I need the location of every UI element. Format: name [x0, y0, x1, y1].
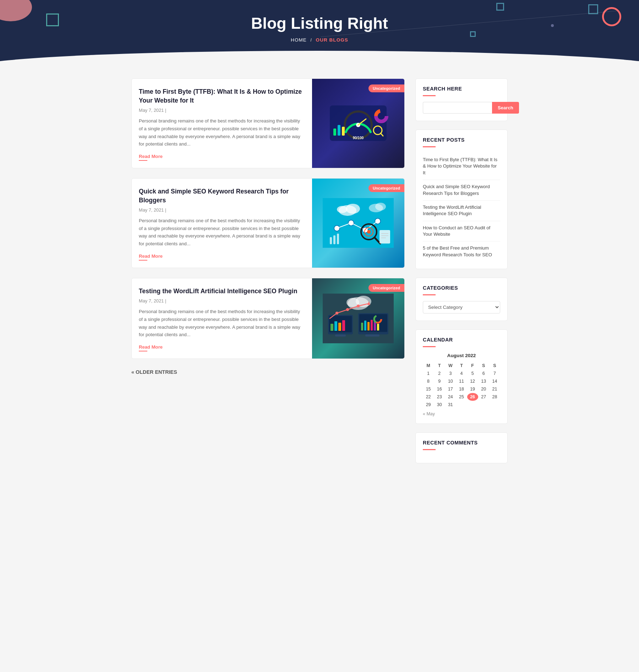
- calendar-day-header: T: [456, 362, 467, 370]
- calendar-day-cell: [478, 401, 489, 409]
- calendar-day-cell[interactable]: 20: [478, 385, 489, 393]
- search-form: Search: [423, 102, 500, 114]
- calendar-day-cell[interactable]: 4: [456, 370, 467, 377]
- recent-posts-widget: RECENT POSTS Time to First Byte (TTFB): …: [415, 130, 508, 269]
- calendar-day-cell[interactable]: 14: [489, 377, 500, 385]
- blog-card-text-2: Quick and Simple SEO Keyword Research Ti…: [132, 179, 312, 268]
- calendar-day-cell[interactable]: 18: [456, 385, 467, 393]
- calendar-day-cell[interactable]: 9: [434, 377, 445, 385]
- badge-1: Uncategorized: [368, 84, 404, 92]
- calendar-day-cell[interactable]: 11: [456, 377, 467, 385]
- recent-post-item[interactable]: Time to First Byte (TTFB): What It Is & …: [423, 153, 500, 180]
- svg-rect-48: [359, 314, 387, 332]
- calendar-week-row: 293031: [423, 401, 500, 409]
- breadcrumb-current: OUR BLOGS: [316, 37, 348, 43]
- calendar-day-cell[interactable]: 15: [423, 385, 434, 393]
- blog-card-2: Quick and Simple SEO Keyword Research Ti…: [131, 178, 405, 268]
- blog-meta-2: May 7, 2021 |: [139, 207, 305, 213]
- blog-excerpt-2: Personal branding remains one of the bes…: [139, 217, 305, 248]
- calendar-day-cell[interactable]: 22: [423, 393, 434, 401]
- calendar-day-cell[interactable]: 28: [489, 393, 500, 401]
- badge-2: Uncategorized: [368, 184, 404, 192]
- svg-rect-6: [338, 125, 340, 136]
- calendar-week-row: 891011121314: [423, 377, 500, 385]
- calendar-day-cell[interactable]: 25: [456, 393, 467, 401]
- calendar-day-header: F: [467, 362, 478, 370]
- calendar-day-cell[interactable]: 2: [434, 370, 445, 377]
- calendar-day-cell[interactable]: 21: [489, 385, 500, 393]
- calendar-day-cell[interactable]: 8: [423, 377, 434, 385]
- calendar-day-cell[interactable]: 17: [445, 385, 456, 393]
- svg-rect-44: [334, 321, 337, 331]
- sidebar: SEARCH HERE Search RECENT POSTS Time to …: [415, 78, 508, 472]
- recent-post-item[interactable]: 5 of the Best Free and Premium Keyword R…: [423, 241, 500, 262]
- recent-comments-title: RECENT COMMENTS: [423, 440, 500, 446]
- page-title: Blog Listing Right: [7, 14, 632, 32]
- blog-title-1: Time to First Byte (TTFB): What It Is & …: [139, 87, 305, 105]
- calendar-day-cell[interactable]: 31: [445, 401, 456, 409]
- svg-rect-52: [367, 322, 370, 330]
- svg-point-58: [335, 312, 338, 315]
- calendar-day-cell[interactable]: 30: [434, 401, 445, 409]
- svg-rect-5: [333, 129, 336, 136]
- breadcrumb-home[interactable]: HOME: [291, 37, 307, 43]
- calendar-day-cell[interactable]: 7: [489, 370, 500, 377]
- svg-rect-43: [331, 324, 333, 331]
- calendar-day-cell[interactable]: 12: [467, 377, 478, 385]
- categories-underline: [423, 294, 436, 295]
- calendar-day-cell: [456, 401, 467, 409]
- search-button[interactable]: Search: [492, 102, 519, 114]
- svg-rect-45: [338, 323, 341, 331]
- recent-posts-title: RECENT POSTS: [423, 137, 500, 143]
- svg-rect-55: [377, 324, 379, 330]
- blog-card-1: Time to First Byte (TTFB): What It Is & …: [131, 78, 405, 168]
- svg-point-17: [375, 203, 386, 211]
- calendar-day-cell[interactable]: 5: [467, 370, 478, 377]
- calendar-day-cell[interactable]: 10: [445, 377, 456, 385]
- svg-rect-49: [365, 334, 379, 337]
- calendar-day-cell[interactable]: 16: [434, 385, 445, 393]
- calendar-day-cell[interactable]: 13: [478, 377, 489, 385]
- header-wave: [0, 51, 639, 68]
- svg-text:90/100: 90/100: [353, 136, 364, 140]
- svg-rect-7: [342, 127, 345, 136]
- page-header: Blog Listing Right HOME / OUR BLOGS: [0, 0, 639, 68]
- blog-excerpt-1: Personal branding remains one of the bes…: [139, 117, 305, 148]
- svg-point-15: [337, 206, 348, 213]
- svg-rect-30: [333, 235, 335, 244]
- category-select[interactable]: Select Category: [423, 301, 500, 313]
- recent-post-item[interactable]: Quick and Simple SEO Keyword Research Ti…: [423, 180, 500, 201]
- read-more-3[interactable]: Read More: [139, 344, 163, 351]
- read-more-2[interactable]: Read More: [139, 253, 163, 261]
- recent-post-item[interactable]: Testing the WordLift Artificial Intellig…: [423, 201, 500, 221]
- search-input[interactable]: [423, 102, 492, 114]
- svg-rect-42: [335, 334, 346, 337]
- calendar-day-cell[interactable]: 6: [478, 370, 489, 377]
- prev-month-link[interactable]: « May: [423, 411, 435, 416]
- search-title-underline: [423, 95, 436, 96]
- calendar-day-cell[interactable]: 24: [445, 393, 456, 401]
- blog-svg-3: [323, 294, 394, 343]
- blog-meta-3: May 7, 2021 |: [139, 298, 305, 304]
- blog-excerpt-3: Personal branding remains one of the bes…: [139, 308, 305, 339]
- calendar-day-cell[interactable]: 26: [467, 393, 478, 401]
- svg-point-14: [346, 204, 360, 214]
- main-content: Time to First Byte (TTFB): What It Is & …: [131, 78, 405, 472]
- svg-rect-32: [379, 230, 390, 244]
- calendar-day-cell[interactable]: 27: [478, 393, 489, 401]
- recent-post-item[interactable]: How to Conduct an SEO Audit of Your Webs…: [423, 221, 500, 242]
- calendar-week-row: 1234567: [423, 370, 500, 377]
- older-entries-link[interactable]: OLDER ENTRIES: [131, 369, 177, 375]
- read-more-1[interactable]: Read More: [139, 154, 163, 161]
- calendar-day-cell[interactable]: 29: [423, 401, 434, 409]
- svg-rect-50: [361, 323, 363, 330]
- page-wrapper: Time to First Byte (TTFB): What It Is & …: [124, 68, 515, 482]
- blog-image-3: Uncategorized: [312, 278, 404, 359]
- svg-rect-46: [342, 320, 345, 331]
- calendar-day-cell[interactable]: 1: [423, 370, 434, 377]
- calendar-day-cell[interactable]: 19: [467, 385, 478, 393]
- svg-rect-51: [364, 321, 366, 330]
- calendar-day-cell[interactable]: 3: [445, 370, 456, 377]
- calendar-day-header: M: [423, 362, 434, 370]
- calendar-day-cell[interactable]: 23: [434, 393, 445, 401]
